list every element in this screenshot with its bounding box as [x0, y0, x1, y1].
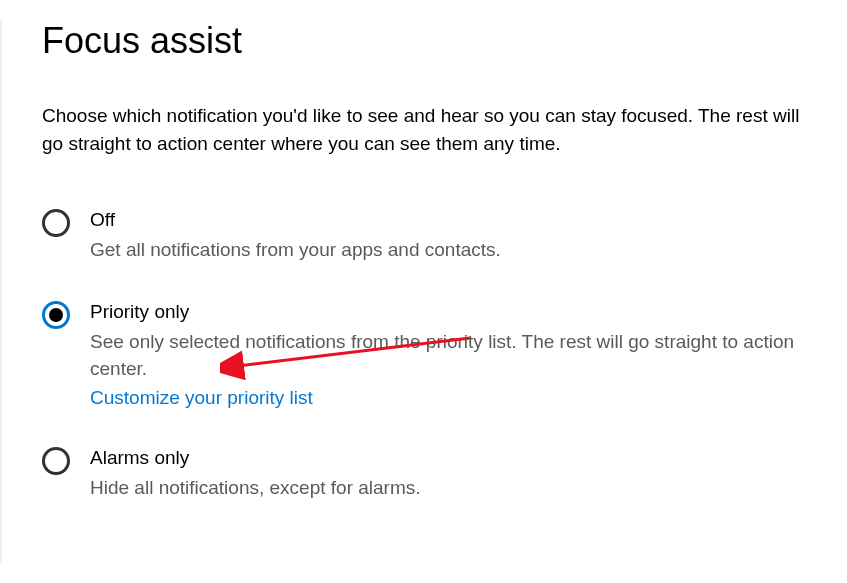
radio-icon: [42, 447, 70, 475]
radio-content: Alarms only Hide all notifications, exce…: [90, 445, 421, 501]
radio-option-off[interactable]: Off Get all notifications from your apps…: [42, 207, 817, 263]
page-description: Choose which notification you'd like to …: [42, 102, 802, 157]
radio-sub-off: Get all notifications from your apps and…: [90, 236, 501, 264]
radio-content: Priority only See only selected notifica…: [90, 299, 810, 409]
left-divider: [0, 20, 2, 563]
radio-sub-priority: See only selected notifications from the…: [90, 328, 810, 383]
radio-label-priority: Priority only: [90, 299, 810, 326]
page-title: Focus assist: [42, 20, 817, 62]
customize-priority-link[interactable]: Customize your priority list: [90, 387, 810, 409]
radio-sub-alarms: Hide all notifications, except for alarm…: [90, 474, 421, 502]
focus-assist-radio-group: Off Get all notifications from your apps…: [42, 207, 817, 501]
radio-icon: [42, 209, 70, 237]
radio-icon-selected: [42, 301, 70, 329]
radio-option-alarms[interactable]: Alarms only Hide all notifications, exce…: [42, 445, 817, 501]
radio-content: Off Get all notifications from your apps…: [90, 207, 501, 263]
radio-label-off: Off: [90, 207, 501, 234]
radio-label-alarms: Alarms only: [90, 445, 421, 472]
radio-option-priority[interactable]: Priority only See only selected notifica…: [42, 299, 817, 409]
